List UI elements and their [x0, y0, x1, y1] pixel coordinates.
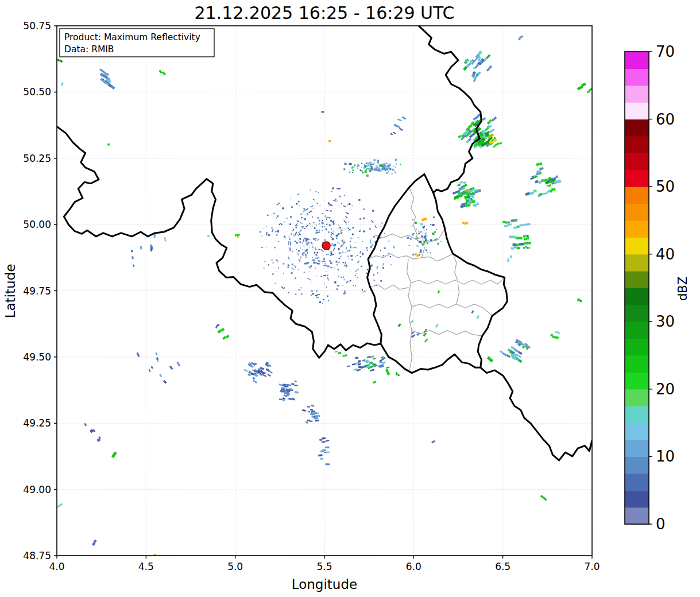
y-tick-label: 49.00 [23, 484, 51, 495]
echo-spots [54, 35, 594, 556]
colorbar-tick-label: 50 [656, 178, 675, 195]
echo-cluster-nw-streaks [99, 68, 115, 90]
y-tick-label: 50.25 [23, 153, 51, 164]
echo-cluster-nne-outer [463, 51, 492, 83]
echo-cluster-w-scatter [140, 234, 166, 252]
x-axis-label: Longitude [292, 577, 357, 592]
x-tick-label: 7.0 [584, 561, 600, 572]
y-tick-label: 48.75 [23, 550, 51, 561]
y-axis-label: Latitude [3, 264, 18, 319]
gridlines [57, 26, 592, 556]
colorbar-tick-label: 10 [656, 448, 675, 465]
radar-figure: 4.04.55.05.56.06.57.048.7549.0049.2549.5… [0, 0, 700, 597]
echo-cluster-s-low [318, 437, 330, 466]
colorbar-tick-label: 60 [656, 111, 675, 128]
colorbar-label: dBZ [676, 277, 690, 301]
echo-cluster-ene-streaks [525, 162, 562, 197]
radar-site-marker [322, 242, 330, 250]
x-tick-label: 5.5 [316, 561, 332, 572]
product-info-box: Product: Maximum Reflectivity Data: RMIB [60, 29, 214, 57]
colorbar: 010203040506070 [625, 43, 675, 533]
radar-echoes [54, 35, 594, 556]
colorbar-tick-label: 70 [656, 43, 675, 60]
y-tick-label: 50.75 [23, 20, 51, 32]
border-belgium-germany [417, 25, 482, 193]
echo-cluster-south-band-b [279, 381, 299, 401]
data-source-label: Data: RMIB [64, 44, 114, 55]
echo-cluster-ne-band [343, 159, 401, 177]
colorbar-tick-label: 30 [656, 313, 675, 330]
product-label: Product: Maximum Reflectivity [64, 32, 200, 42]
x-tick-label: 6.0 [406, 561, 421, 572]
y-tick-label: 50.00 [23, 219, 51, 230]
x-tick-label: 6.5 [495, 561, 511, 572]
colorbar-tick-label: 20 [656, 381, 675, 398]
canton-borders [368, 188, 505, 370]
figure-title: 21.12.2025 16:25 - 16:29 UTC [194, 3, 454, 23]
y-tick-label: 49.75 [23, 285, 51, 297]
border-france-germany [481, 367, 592, 460]
radar-map-figure: 4.04.55.05.56.06.57.048.7549.0049.2549.5… [0, 0, 700, 597]
colorbar-tick-label: 40 [656, 246, 675, 263]
y-tick-label: 50.50 [23, 86, 51, 98]
echo-cluster-n-mid [390, 116, 406, 135]
echo-cluster-s-border [347, 355, 390, 371]
echo-cluster-south-band-c [302, 405, 320, 424]
echo-cluster-south-band-a [243, 362, 273, 383]
echo-cluster-east-streaks [502, 219, 531, 250]
y-tick-label: 49.50 [23, 351, 51, 363]
border-luxembourg [368, 174, 508, 373]
x-tick-label: 4.0 [49, 561, 64, 572]
x-tick-label: 5.0 [227, 561, 243, 572]
border-belgium-france [57, 126, 381, 358]
y-tick-label: 49.25 [23, 417, 51, 429]
x-tick-label: 4.5 [138, 561, 154, 572]
colorbar-tick-label: 0 [656, 515, 666, 533]
